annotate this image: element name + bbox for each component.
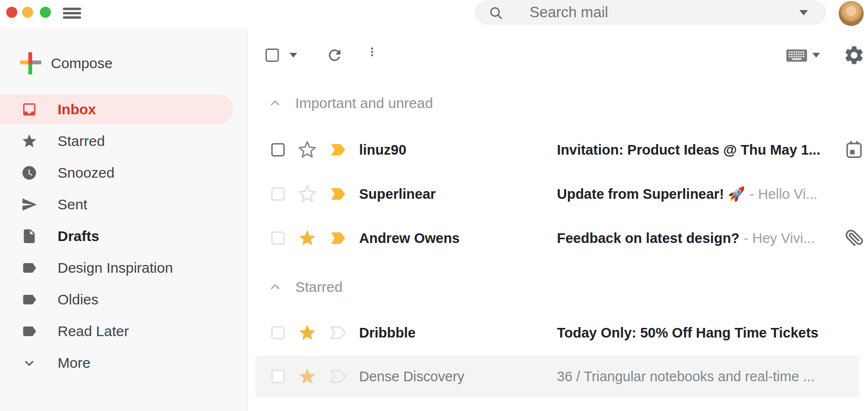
gmail-window: Search mail Compose InboxStarredSnoozedS… [0, 0, 868, 411]
mail-row-superlinear[interactable]: SuperlinearUpdate from Superlinear! 🚀- H… [248, 172, 868, 216]
star-icon[interactable] [298, 140, 317, 159]
section-header-important-and-unread: Important and unread [248, 91, 868, 115]
sidebar-item-label: Oldies [58, 291, 98, 308]
sidebar-item-more[interactable]: More [0, 347, 248, 379]
select-checkbox[interactable] [271, 370, 285, 383]
sidebar-item-oldies[interactable]: Oldies [0, 284, 248, 315]
menu-icon[interactable] [63, 7, 81, 20]
settings-gear-icon[interactable] [843, 44, 865, 66]
subject-text: Today Only: 50% Off Hang Time Tickets [557, 325, 819, 340]
sender-name: Superlinear [359, 186, 546, 202]
mail-row-linuz90[interactable]: linuz90Invitation: Product Ideas @ Thu M… [248, 128, 868, 172]
subject-line: Invitation: Product Ideas @ Thu May 1... [557, 142, 828, 158]
select-all-checkbox[interactable] [265, 48, 279, 62]
importance-marker-icon[interactable] [328, 369, 349, 384]
select-checkbox[interactable] [271, 231, 285, 245]
sender-name: Dribbble [359, 325, 546, 341]
search-input[interactable]: Search mail [475, 0, 826, 24]
snippet-text: - Hey Vivi... [744, 230, 815, 246]
mail-pane: Important and unreadlinuz90Invitation: P… [248, 0, 868, 411]
sidebar-item-read-later[interactable]: Read Later [0, 315, 248, 347]
sidebar-item-label: Sent [58, 196, 87, 213]
sender-name: linuz90 [359, 142, 546, 158]
subject-text: Update from Superlinear! 🚀 [557, 186, 745, 202]
label-icon [21, 260, 37, 276]
sidebar-item-label: More [58, 355, 90, 371]
sidebar-item-label: Design Inspiration [58, 260, 173, 276]
sidebar-item-starred[interactable]: Starred [0, 125, 248, 157]
importance-marker-icon[interactable] [328, 230, 349, 246]
calendar-icon [845, 141, 863, 159]
subject-text: 36 / Triangular notebooks and real-time … [557, 369, 815, 384]
importance-marker-icon[interactable] [328, 142, 349, 157]
star-icon[interactable] [298, 229, 317, 248]
more-options-icon[interactable] [366, 46, 378, 64]
section-header-starred: Starred [248, 275, 868, 299]
select-checkbox[interactable] [271, 143, 285, 157]
sidebar-item-snoozed[interactable]: Snoozed [0, 157, 248, 189]
close-button[interactable] [6, 7, 17, 18]
zoom-button[interactable] [40, 7, 51, 18]
subject-line: Today Only: 50% Off Hang Time Tickets [557, 325, 828, 341]
sidebar-item-label: Starred [58, 133, 105, 149]
label-icon [21, 323, 37, 339]
sidebar-item-design-inspiration[interactable]: Design Inspiration [0, 252, 248, 284]
importance-marker-icon[interactable] [328, 186, 349, 202]
mail-row-dense-discovery[interactable]: Dense Discovery36 / Triangular notebooks… [248, 356, 868, 397]
mail-row-andrew-owens[interactable]: Andrew OwensFeedback on latest design?- … [248, 216, 868, 260]
input-method-keyboard-icon[interactable] [786, 48, 808, 62]
sidebar: Compose InboxStarredSnoozedSentDraftsDes… [0, 28, 248, 411]
collapse-section-icon[interactable] [268, 280, 282, 294]
sidebar-nav: InboxStarredSnoozedSentDraftsDesign Insp… [0, 94, 248, 379]
compose-button[interactable]: Compose [0, 48, 248, 79]
sidebar-item-label: Inbox [58, 101, 96, 118]
sidebar-item-label: Snoozed [58, 165, 114, 181]
star-icon [21, 133, 37, 149]
search-icon [488, 5, 504, 21]
section-title: Starred [295, 275, 342, 299]
chevron-down-icon [21, 355, 37, 371]
minimize-button[interactable] [22, 7, 33, 18]
sidebar-item-sent[interactable]: Sent [0, 189, 248, 220]
label-icon [21, 291, 37, 308]
keyboard-dropdown-chevron-icon[interactable] [812, 53, 820, 58]
subject-line: Feedback on latest design?- Hey Vivi... [557, 230, 828, 246]
star-icon[interactable] [298, 367, 317, 386]
collapse-section-icon[interactable] [268, 96, 282, 110]
importance-marker-icon[interactable] [328, 325, 349, 340]
sender-name: Dense Discovery [359, 369, 546, 385]
subject-text: Invitation: Product Ideas @ Thu May 1... [557, 142, 820, 157]
star-icon[interactable] [298, 323, 317, 342]
select-checkbox[interactable] [271, 187, 285, 201]
top-bar: Search mail [0, 0, 868, 28]
sender-name: Andrew Owens [359, 230, 546, 246]
star-icon[interactable] [298, 184, 317, 204]
select-checkbox[interactable] [271, 326, 285, 339]
compose-label: Compose [51, 48, 112, 79]
sidebar-item-drafts[interactable]: Drafts [0, 220, 248, 252]
subject-text: Feedback on latest design? [557, 230, 739, 246]
search-options-chevron-icon[interactable] [799, 10, 808, 15]
section-title: Important and unread [295, 91, 433, 115]
snippet-text: - Hello Vi... [749, 186, 817, 202]
sidebar-item-inbox[interactable]: Inbox [0, 94, 248, 125]
send-icon [21, 196, 37, 213]
clock-icon [21, 165, 37, 181]
sidebar-item-label: Read Later [58, 323, 129, 339]
select-dropdown-chevron-icon[interactable] [289, 53, 297, 58]
mail-row-dribbble[interactable]: DribbbleToday Only: 50% Off Hang Time Ti… [248, 311, 868, 355]
refresh-icon[interactable] [326, 47, 343, 64]
sidebar-item-label: Drafts [58, 228, 99, 244]
paperclip-icon [845, 229, 863, 247]
inbox-icon [21, 101, 37, 118]
subject-line: 36 / Triangular notebooks and real-time … [557, 369, 828, 385]
search-placeholder: Search mail [530, 1, 608, 24]
compose-plus-icon [20, 52, 41, 74]
subject-line: Update from Superlinear! 🚀- Hello Vi... [557, 186, 828, 202]
drafts-icon [21, 228, 37, 244]
avatar[interactable] [839, 1, 864, 26]
